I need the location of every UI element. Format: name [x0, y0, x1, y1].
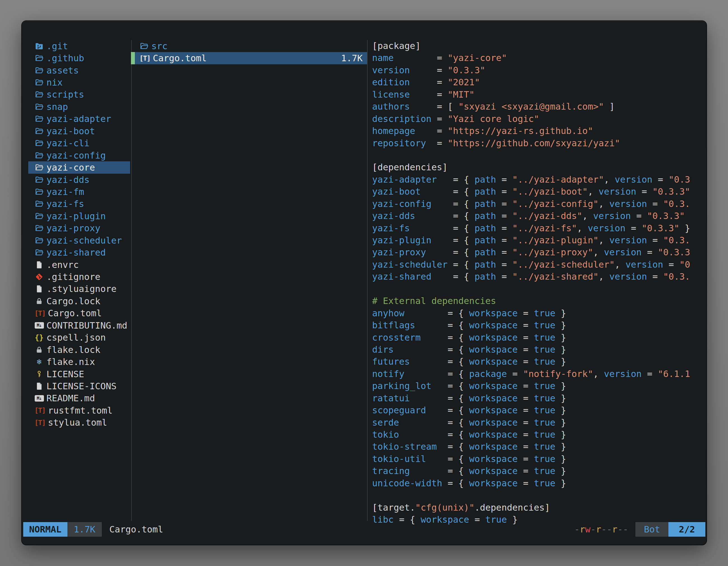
folder-open-icon — [34, 199, 44, 209]
parent-dir-item[interactable]: flake.lock — [28, 344, 130, 356]
folder-open-icon — [34, 66, 44, 75]
parent-dir-item[interactable]: yazi-scheduler — [28, 234, 130, 247]
file-name-label: README.md — [46, 393, 95, 403]
folder-open-icon — [34, 139, 44, 148]
parent-dir-item[interactable]: yazi-fs — [28, 198, 130, 210]
current-dir-item[interactable]: [T]Cargo.toml1.7K — [131, 52, 367, 64]
preview-line: yazi-dds = { path = "../yazi-dds", versi… — [372, 210, 706, 222]
preview-line: yazi-scheduler = { path = "../yazi-sched… — [372, 259, 706, 271]
preview-line: tokio-util = { workspace = true } — [372, 453, 706, 465]
folder-open-icon — [34, 212, 44, 221]
preview-line: tokio = { workspace = true } — [372, 429, 706, 441]
file-name-label: stylua.toml — [48, 417, 107, 428]
file-name-label: yazi-scheduler — [46, 235, 122, 246]
folder-open-icon — [34, 187, 44, 197]
file-name-label: nix — [46, 77, 63, 88]
preview-line: homepage = "https://yazi-rs.github.io" — [372, 125, 706, 137]
parent-dir-item[interactable]: nix — [28, 76, 130, 88]
pane-separator — [367, 40, 368, 521]
preview-line: yazi-adapter = { path = "../yazi-adapter… — [372, 174, 706, 186]
git-folder-icon — [34, 41, 44, 51]
file-icon — [34, 284, 44, 293]
parent-dir-item[interactable]: yazi-config — [28, 149, 130, 161]
file-name-label: flake.nix — [46, 356, 95, 367]
parent-dir-item[interactable]: {}cspell.json — [28, 332, 130, 344]
preview-line: dirs = { workspace = true } — [372, 344, 706, 356]
file-name-label: src — [151, 41, 168, 51]
preview-line — [372, 283, 706, 295]
preview-line: # External dependencies — [372, 295, 706, 307]
toml-icon: [T] — [34, 418, 45, 427]
file-name-label: .git — [46, 41, 68, 51]
file-name-label: flake.lock — [46, 344, 100, 355]
folder-open-icon — [34, 114, 44, 124]
parent-dir-item[interactable]: yazi-adapter — [28, 113, 130, 125]
pane-separator — [131, 40, 132, 521]
file-name-label: yazi-boot — [46, 126, 95, 137]
parent-dir-item[interactable]: yazi-cli — [28, 137, 130, 149]
toml-icon: [T] — [139, 53, 150, 63]
parent-dir-item[interactable]: snap — [28, 101, 130, 113]
file-permissions: -rw-r--r-- — [574, 522, 628, 537]
parent-dir-item[interactable]: .gitignore — [28, 271, 130, 283]
preview-line: futures = { workspace = true } — [372, 356, 706, 368]
parent-dir-item[interactable]: [T]rustfmt.toml — [28, 404, 130, 416]
folder-open-icon — [34, 163, 44, 172]
preview-line: notify = { package = "notify-fork", vers… — [372, 368, 706, 380]
parent-dir-item[interactable]: [T]Cargo.toml — [28, 307, 130, 319]
parent-dir-item[interactable]: LICENSE — [28, 368, 130, 380]
preview-line — [372, 489, 706, 501]
parent-dir-item[interactable]: yazi-fm — [28, 186, 130, 198]
parent-dir-item[interactable]: Cargo.lock — [28, 295, 130, 307]
markdown-icon: M↓ — [34, 321, 44, 330]
parent-dir-item[interactable]: assets — [28, 64, 130, 76]
preview-line: yazi-shared = { path = "../yazi-shared",… — [372, 271, 706, 283]
current-dir-item[interactable]: src — [131, 40, 367, 52]
git-icon — [34, 272, 44, 282]
parent-dir-item[interactable]: M↓CONTRIBUTING.md — [28, 319, 130, 331]
parent-dir-item[interactable]: scripts — [28, 89, 130, 101]
file-name-label: yazi-adapter — [46, 114, 111, 124]
preview-line: [target."cfg(unix)".dependencies] — [372, 502, 706, 514]
parent-dir-item[interactable]: yazi-proxy — [28, 222, 130, 234]
preview-line: ratatui = { workspace = true } — [372, 392, 706, 404]
file-name-label: yazi-plugin — [46, 211, 106, 222]
parent-dir-item[interactable]: yazi-boot — [28, 125, 130, 137]
file-name-label: yazi-fm — [46, 187, 84, 197]
file-name-label: yazi-fs — [46, 199, 84, 209]
preview-line: serde = { workspace = true } — [372, 417, 706, 429]
file-size-label: 1.7K — [341, 53, 367, 64]
toml-icon: [T] — [34, 308, 45, 318]
preview-line: scopeguard = { workspace = true } — [372, 404, 706, 416]
parent-dir-item[interactable]: yazi-core — [28, 161, 130, 173]
preview-line: [package] — [372, 40, 706, 52]
json-braces-icon: {} — [34, 333, 44, 342]
folder-open-icon — [34, 175, 44, 185]
preview-line: anyhow = { workspace = true } — [372, 307, 706, 319]
parent-dir-item[interactable]: .git — [28, 40, 130, 52]
parent-dir-item[interactable]: .envrc — [28, 259, 130, 271]
nix-snowflake-icon: ❄ — [34, 357, 44, 366]
parent-dir-item[interactable]: [T]stylua.toml — [28, 417, 130, 429]
parent-dir-item[interactable]: .styluaignore — [28, 283, 130, 295]
parent-dir-item[interactable]: M↓README.md — [28, 392, 130, 404]
preview-line: [dependencies] — [372, 161, 706, 173]
parent-dir-item[interactable]: LICENSE-ICONS — [28, 380, 130, 392]
file-name-label: scripts — [46, 89, 84, 100]
parent-dir-item[interactable]: yazi-shared — [28, 247, 130, 259]
file-name-label: yazi-cli — [46, 138, 90, 149]
file-name-label: cspell.json — [46, 332, 106, 343]
parent-dir-item[interactable]: yazi-plugin — [28, 210, 130, 222]
parent-dir-item[interactable]: ❄flake.nix — [28, 356, 130, 368]
file-name-label: assets — [46, 65, 79, 76]
folder-open-icon — [34, 126, 44, 136]
preview-line: yazi-fs = { path = "../yazi-fs", version… — [372, 222, 706, 234]
preview-line: yazi-proxy = { path = "../yazi-proxy", v… — [372, 247, 706, 259]
marker-slot — [131, 40, 135, 52]
file-name-label: Cargo.lock — [46, 296, 100, 306]
file-name-label: Cargo.toml — [48, 308, 102, 318]
parent-dir-item[interactable]: yazi-dds — [28, 174, 130, 186]
file-name-label: Cargo.toml — [153, 53, 207, 64]
parent-dir-item[interactable]: .github — [28, 52, 130, 64]
lock-icon — [34, 345, 44, 354]
